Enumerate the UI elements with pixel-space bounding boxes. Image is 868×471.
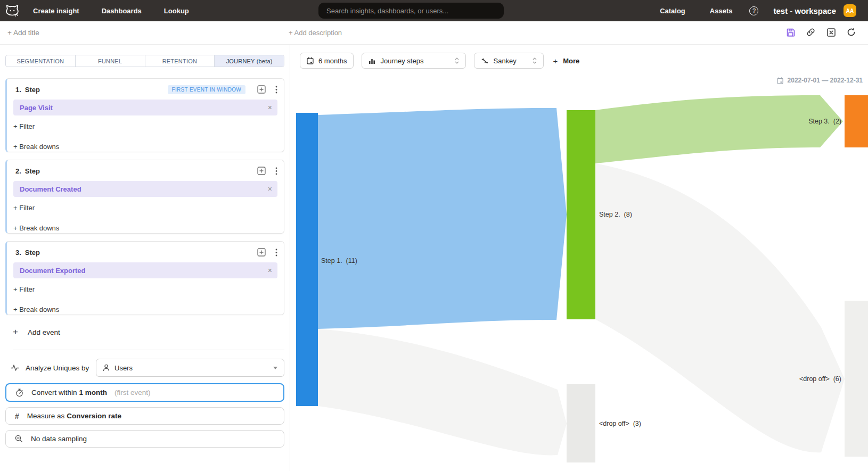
avatar[interactable]: AA xyxy=(844,4,856,17)
add-breakdown-link[interactable]: + Break downs xyxy=(13,224,59,232)
add-step-icon[interactable] xyxy=(257,85,266,94)
refresh-icon[interactable] xyxy=(846,27,856,37)
sankey-icon xyxy=(481,57,488,64)
convert-suffix: (first event) xyxy=(114,389,151,396)
cat-logo-icon[interactable] xyxy=(4,0,20,21)
divider xyxy=(13,350,284,350)
remove-event-icon[interactable]: × xyxy=(268,267,272,274)
add-filter-link[interactable]: + Filter xyxy=(13,204,35,212)
add-description-button[interactable]: + Add description xyxy=(289,29,342,37)
tab-funnel[interactable]: FUNNEL xyxy=(75,55,145,67)
plus-icon: + xyxy=(553,56,558,65)
first-event-badge: FIRST EVENT IN WINDOW xyxy=(168,85,245,94)
nav-lookup[interactable]: Lookup xyxy=(164,7,189,15)
convert-value: 1 month xyxy=(79,389,108,396)
link-step2-dropoff[interactable] xyxy=(595,163,845,452)
nav-dashboards[interactable]: Dashboards xyxy=(102,7,142,15)
tab-segmentation[interactable]: SEGMENTATION xyxy=(6,55,75,67)
link-step1-dropoff[interactable] xyxy=(318,329,567,455)
add-title-button[interactable]: + Add title xyxy=(7,29,39,37)
select-chevrons-icon xyxy=(533,57,537,64)
zoom-out-icon xyxy=(15,435,23,443)
add-step-icon[interactable] xyxy=(257,248,266,257)
bar-chart-icon xyxy=(369,57,375,64)
clear-close-icon[interactable] xyxy=(826,27,836,37)
workspace-name[interactable]: test - workspace xyxy=(773,6,836,15)
calendar-icon xyxy=(307,57,314,64)
chart-toolbar: 6 months Journey steps Sankey xyxy=(300,53,579,69)
event-name: Page Visit xyxy=(20,104,53,112)
add-breakdown-link[interactable]: + Break downs xyxy=(13,143,59,151)
add-filter-link[interactable]: + Filter xyxy=(13,285,35,293)
remove-event-icon[interactable]: × xyxy=(268,104,272,111)
step-number: 2. xyxy=(15,167,21,175)
node-dropoff-3[interactable] xyxy=(845,301,868,457)
sankey-chart[interactable]: Step 1. (11) Step 2. (8) Step 3. (2) <dr… xyxy=(290,75,868,471)
activity-icon xyxy=(11,364,19,371)
tab-retention[interactable]: RETENTION xyxy=(145,55,215,67)
analyze-by-value: Users xyxy=(114,364,133,372)
step-menu-kebab-icon[interactable] xyxy=(275,86,277,94)
more-button[interactable]: + More xyxy=(553,56,579,65)
step-menu-kebab-icon[interactable] xyxy=(275,167,277,175)
convert-prefix: Convert within xyxy=(31,389,77,396)
remove-event-icon[interactable]: × xyxy=(268,185,272,193)
insight-type-tabs: SEGMENTATION FUNNEL RETENTION JOURNEY (b… xyxy=(5,55,284,67)
add-event-button[interactable]: + Add event xyxy=(5,327,284,337)
measure-as-row[interactable]: # Measure as Conversion rate xyxy=(5,407,284,425)
metric-value: Journey steps xyxy=(380,57,423,65)
chart-type-select[interactable]: Sankey xyxy=(474,53,544,69)
save-icon[interactable] xyxy=(785,27,796,37)
sampling-label: No data sampling xyxy=(31,435,87,443)
nav-create-insight[interactable]: Create insight xyxy=(33,7,79,15)
node-label-step1: Step 1. (11) xyxy=(321,257,357,265)
stopwatch-icon xyxy=(15,389,23,397)
step-menu-kebab-icon[interactable] xyxy=(275,249,277,257)
step-title: Step xyxy=(25,167,40,175)
add-filter-link[interactable]: + Filter xyxy=(13,122,35,130)
node-dropoff-2[interactable] xyxy=(567,384,595,462)
link-step1-step2[interactable] xyxy=(318,108,567,329)
node-step1[interactable] xyxy=(296,113,318,406)
node-label-dropoff-3: <drop off> (6) xyxy=(799,375,841,383)
link-step2-step3[interactable] xyxy=(595,95,843,163)
node-step2[interactable] xyxy=(567,110,595,319)
convert-within-row[interactable]: Convert within 1 month (first event) xyxy=(5,383,284,402)
event-chip[interactable]: Document Exported × xyxy=(13,262,277,278)
user-icon xyxy=(103,364,110,371)
add-step-icon[interactable] xyxy=(257,167,266,175)
search-input[interactable] xyxy=(318,3,504,19)
period-button[interactable]: 6 months xyxy=(300,53,354,69)
step-number: 1. xyxy=(15,86,21,94)
event-name: Document Exported xyxy=(20,267,86,275)
step-card-1: 1. Step FIRST EVENT IN WINDOW Page Visit… xyxy=(5,78,284,152)
event-chip[interactable]: Document Created × xyxy=(13,181,277,197)
help-icon[interactable]: ? xyxy=(749,6,758,15)
step-title: Step xyxy=(25,249,40,257)
nav-assets[interactable]: Assets xyxy=(710,7,733,15)
copy-link-icon[interactable] xyxy=(806,27,816,37)
insight-config-panel: SEGMENTATION FUNNEL RETENTION JOURNEY (b… xyxy=(0,45,290,471)
hash-icon: # xyxy=(15,412,19,420)
node-step3[interactable] xyxy=(845,95,868,147)
step-card-2: 2. Step Document Created × + Filter + Br… xyxy=(5,160,284,234)
chart-type-value: Sankey xyxy=(493,57,516,65)
plus-icon: + xyxy=(13,327,18,337)
analyze-by-select[interactable]: Users xyxy=(96,359,284,377)
event-name: Document Created xyxy=(20,185,81,193)
data-sampling-row[interactable]: No data sampling xyxy=(5,430,284,448)
nav-catalog[interactable]: Catalog xyxy=(660,7,685,15)
chart-area: 6 months Journey steps Sankey xyxy=(290,45,868,471)
node-label-dropoff-2: <drop off> (3) xyxy=(599,420,641,427)
node-label-step2: Step 2. (8) xyxy=(599,211,632,218)
step-card-3: 3. Step Document Exported × + Filter + B… xyxy=(5,241,284,315)
add-breakdown-link[interactable]: + Break downs xyxy=(13,305,59,313)
event-chip[interactable]: Page Visit × xyxy=(13,100,277,115)
step-number: 3. xyxy=(15,249,21,257)
analyze-row: Analyze Uniques by Users xyxy=(5,359,284,377)
metric-select[interactable]: Journey steps xyxy=(362,53,466,69)
period-value: 6 months xyxy=(318,57,347,65)
tab-journey[interactable]: JOURNEY (beta) xyxy=(214,55,284,67)
step-title: Step xyxy=(25,86,40,94)
measure-prefix: Measure as xyxy=(27,412,65,420)
